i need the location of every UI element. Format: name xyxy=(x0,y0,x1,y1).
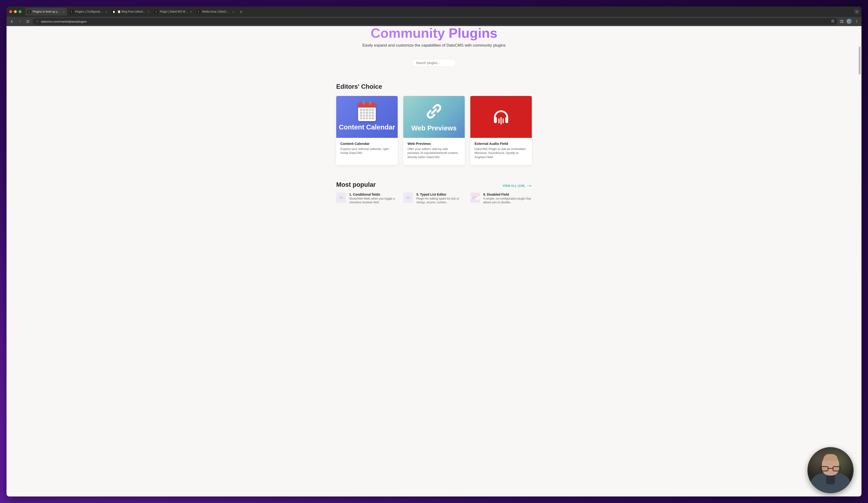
cloud-icon xyxy=(406,195,411,200)
svg-rect-0 xyxy=(840,20,843,23)
forward-button xyxy=(17,18,23,24)
card-title: Content Calendar xyxy=(340,142,393,145)
window-controls xyxy=(8,10,23,13)
close-tab-icon[interactable]: × xyxy=(63,10,65,13)
scrollbar-thumb[interactable] xyxy=(859,47,860,74)
close-window-icon[interactable] xyxy=(9,10,12,13)
maximize-window-icon[interactable] xyxy=(19,10,21,13)
card-hero: Web Previews xyxy=(403,96,465,138)
tab-title: Plugin | DatoCMS Website | D xyxy=(160,10,188,13)
url-bar: datocms.com/marketplace/plugins xyxy=(7,17,861,26)
favicon-icon: D xyxy=(70,10,73,13)
svg-rect-5 xyxy=(494,117,497,123)
favicon-icon: D xyxy=(155,10,158,13)
link-icon xyxy=(424,102,444,122)
popular-item-title: 9. Disabled Field xyxy=(483,193,532,196)
card-hero-label: Web Previews xyxy=(411,124,457,132)
popular-grid: 1. Conditional fields Show/hide fields w… xyxy=(336,193,532,204)
popular-item-title: 1. Conditional fields xyxy=(349,193,398,196)
url-text: datocms.com/marketplace/plugins xyxy=(41,20,829,23)
search-input[interactable] xyxy=(416,61,452,65)
tab-title: Plugins | Configuration | Dato xyxy=(75,10,103,13)
close-tab-icon[interactable]: × xyxy=(232,10,234,13)
kebab-icon xyxy=(855,20,858,23)
cloud-icon xyxy=(339,195,344,200)
chevron-down-icon xyxy=(856,11,858,12)
tab-title: Plugins to level up your Dato xyxy=(33,10,61,13)
card-hero: Content Calendar xyxy=(336,96,398,138)
side-panel-button[interactable] xyxy=(839,19,844,24)
avatar-icon xyxy=(847,19,852,24)
svg-point-3 xyxy=(856,21,857,22)
view-all-label: VIEW ALL (128) xyxy=(503,184,525,187)
editors-choice-heading: Editors' Choice xyxy=(336,83,532,90)
popular-item-conditional-fields[interactable]: 1. Conditional fields Show/hide fields w… xyxy=(336,193,398,204)
reload-button[interactable] xyxy=(25,18,31,24)
popular-item-desc: A simple, no-configuration plugin that a… xyxy=(483,197,532,204)
back-arrow-icon xyxy=(10,20,14,23)
minimize-window-icon[interactable] xyxy=(14,10,17,13)
popular-item-title: 5. Typed List Editor xyxy=(416,193,465,196)
plugin-thumbnail: Disabled fields xyxy=(470,193,480,203)
close-tab-icon[interactable]: × xyxy=(105,10,107,13)
calendar-icon xyxy=(358,102,376,121)
tab[interactable]: D Plugins | Configuration | Dato × xyxy=(68,8,110,16)
tab[interactable]: D Plugin | DatoCMS Website | D × xyxy=(152,8,194,16)
page-content: Community Plugins Easily expand and cust… xyxy=(7,26,861,496)
card-hero xyxy=(470,96,532,138)
editors-choice-grid: Content Calendar Content Calendar Explor… xyxy=(336,96,532,165)
tab-title: Media Area | DatoCMS Websi xyxy=(202,10,230,13)
browser-window: D Plugins to level up your Dato × D Plug… xyxy=(7,7,861,496)
popular-item-desc: Show/hide fields when you toggle a check… xyxy=(349,197,398,204)
hero-section: Community Plugins Easily expand and cust… xyxy=(7,26,861,48)
favicon-icon: D xyxy=(197,10,200,13)
panel-icon xyxy=(840,20,844,23)
star-icon xyxy=(831,19,835,23)
close-tab-icon[interactable]: × xyxy=(148,10,149,13)
tab[interactable]: D Media Area | DatoCMS Websi × xyxy=(195,8,237,16)
bookmark-button[interactable] xyxy=(831,19,835,23)
tab[interactable]: 📋 📋 Blog Post collection | Con × xyxy=(110,8,152,16)
toolbar-icons xyxy=(839,19,859,24)
card-description: Offer your editors side-by-side previews… xyxy=(407,147,461,159)
forward-arrow-icon xyxy=(18,20,22,23)
card-hero-label: Content Calendar xyxy=(339,123,395,131)
thumbnail-badge: Disabled fields xyxy=(470,196,480,200)
most-popular-heading: Most popular xyxy=(336,181,376,188)
card-description: DatoCMS Plugin to add an embedded Mixclo… xyxy=(475,147,528,159)
profile-button[interactable] xyxy=(847,19,852,24)
back-button[interactable] xyxy=(9,18,15,24)
new-tab-button[interactable]: ＋ xyxy=(237,9,245,14)
card-description: Explore your editorial calendar, right i… xyxy=(340,147,393,155)
menu-button[interactable] xyxy=(854,19,859,24)
tabs-container: D Plugins to level up your Dato × D Plug… xyxy=(25,8,852,16)
webcam-overlay xyxy=(807,447,854,493)
favicon-icon: D xyxy=(28,10,31,13)
tab-title: 📋 Blog Post collection | Con xyxy=(117,10,146,13)
card-title: Web Previews xyxy=(407,142,461,145)
plugin-thumbnail xyxy=(403,193,413,203)
headphones-icon xyxy=(490,106,512,128)
popular-item-desc: Plugin for editing typed list (list of s… xyxy=(416,197,465,204)
plugin-card-content-calendar[interactable]: Content Calendar Content Calendar Explor… xyxy=(336,96,398,165)
tab-active[interactable]: D Plugins to level up your Dato × xyxy=(25,8,67,16)
svg-rect-6 xyxy=(505,117,508,123)
view-all-link[interactable]: VIEW ALL (128) xyxy=(503,184,532,187)
favicon-icon: 📋 xyxy=(112,10,115,13)
card-title: External Audio Field xyxy=(475,142,528,145)
svg-point-4 xyxy=(856,22,857,23)
plugin-card-external-audio[interactable]: External Audio Field DatoCMS Plugin to a… xyxy=(470,96,532,165)
tab-list-button[interactable] xyxy=(854,9,860,14)
site-settings-icon[interactable] xyxy=(35,20,39,23)
close-tab-icon[interactable]: × xyxy=(190,10,192,13)
popular-item-typed-list-editor[interactable]: 5. Typed List Editor Plugin for editing … xyxy=(403,193,465,204)
svg-point-2 xyxy=(856,20,857,20)
popular-item-disabled-field[interactable]: Disabled fields 9. Disabled Field A simp… xyxy=(470,193,532,204)
page-subtitle: Easily expand and customize the capabili… xyxy=(7,43,861,48)
arrow-right-icon xyxy=(527,185,532,187)
address-field[interactable]: datocms.com/marketplace/plugins xyxy=(33,18,837,25)
page-title: Community Plugins xyxy=(7,26,861,40)
plugin-card-web-previews[interactable]: Web Previews Web Previews Offer your edi… xyxy=(403,96,465,165)
plugin-thumbnail xyxy=(336,193,346,203)
search-field-wrap[interactable] xyxy=(412,59,456,67)
